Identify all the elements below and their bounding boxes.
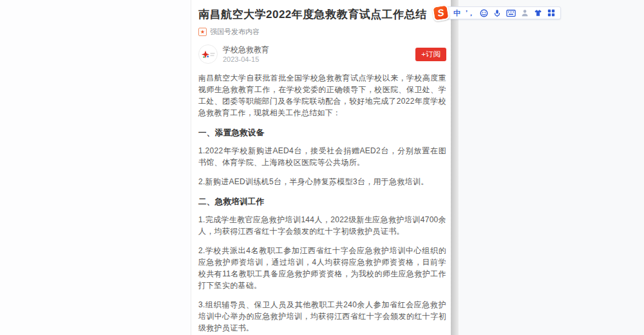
article-paragraph: 3.组织辅导员、保卫人员及其他教职工共240余人参加省红会应急救护培训中心举办的… (198, 299, 446, 334)
user-icon[interactable] (521, 9, 529, 17)
author-row: 学校急救教育 2023-04-15 +订阅 (198, 44, 446, 64)
article-paragraph: 1.完成学生教官应急救护培训144人，2022级新生应急救护培训4700余人，均… (198, 214, 446, 237)
article-paragraph: 2.新购进AED训练机5台，半身心肺复苏模型3台，用于急救培训。 (198, 176, 446, 187)
keyboard-icon[interactable] (506, 10, 516, 17)
sogou-logo-icon[interactable]: S (431, 4, 450, 22)
page-background-right (459, 0, 644, 335)
school-logo-icon (199, 45, 218, 64)
skin-icon[interactable] (534, 9, 542, 17)
ime-toolbar: S 中 ’， (433, 5, 561, 21)
microphone-icon[interactable] (493, 9, 501, 17)
article-paragraph: 2.学校共派出4名教职工参加江西省红十字会应急救护培训中心组织的应急救护师资培训… (198, 245, 446, 291)
toolbox-icon[interactable] (547, 9, 555, 17)
chinese-mode-icon[interactable]: 中 (453, 7, 460, 19)
subscribe-button[interactable]: +订阅 (415, 48, 446, 61)
article-paragraph: 1.2022年学校新购进AED4台，接受社会捐赠AED2台，分别放置在图书馆、体… (198, 145, 446, 168)
scrollbar[interactable] (451, 0, 459, 335)
page-title: 南昌航空大学2022年度急救教育试点工作总结 (198, 7, 446, 22)
source-badge-label: 强国号发布内容 (210, 27, 260, 37)
source-badge: ★ 强国号发布内容 (198, 27, 446, 37)
page: 南昌航空大学2022年度急救教育试点工作总结 ★ 强国号发布内容 学校急救教育 … (0, 0, 644, 335)
section-heading: 二、急救培训工作 (198, 196, 446, 207)
star-badge-icon: ★ (198, 28, 207, 36)
punctuation-mode-icon[interactable]: ’， (466, 7, 475, 19)
emoji-icon[interactable] (480, 9, 488, 17)
avatar[interactable] (198, 44, 218, 64)
author-meta: 学校急救教育 2023-04-15 (223, 45, 269, 64)
article-panel: 南昌航空大学2022年度急救教育试点工作总结 ★ 强国号发布内容 学校急救教育 … (191, 0, 451, 335)
article-paragraph: 南昌航空大学自获批首批全国学校急救教育试点学校以来，学校高度重视师生急救教育工作… (198, 72, 446, 119)
publish-date: 2023-04-15 (223, 55, 269, 64)
article-body: 南昌航空大学自获批首批全国学校急救教育试点学校以来，学校高度重视师生急救教育工作… (198, 72, 446, 335)
author-name[interactable]: 学校急救教育 (223, 45, 269, 55)
section-heading: 一、添置急救设备 (198, 128, 446, 139)
ime-pill: 中 ’， (446, 6, 561, 19)
